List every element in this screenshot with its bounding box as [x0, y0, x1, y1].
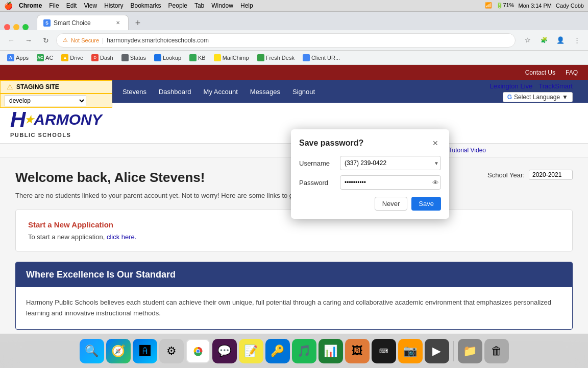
mac-menu-window[interactable]: Window: [211, 2, 233, 9]
mac-menu-edit[interactable]: Edit: [66, 2, 77, 9]
bookmark-drive[interactable]: ▲ Drive: [58, 53, 86, 62]
nav-item-signout[interactable]: Signout: [292, 88, 315, 96]
new-tab-button[interactable]: +: [131, 16, 145, 30]
username-input[interactable]: [340, 156, 441, 170]
reload-button[interactable]: ↻: [39, 33, 53, 48]
dock-sysprefs[interactable]: ⚙: [159, 339, 184, 363]
url-separator: |: [102, 37, 104, 44]
mac-menu-bookmarks[interactable]: Bookmarks: [131, 2, 161, 9]
url-text: harmonydev.smartchoiceschools.com: [107, 37, 209, 44]
bookmark-freshdesk[interactable]: Fresh Desk: [254, 53, 298, 62]
battery-icon: 🔋71%: [496, 2, 514, 9]
tab-close-button[interactable]: ✕: [114, 19, 122, 27]
mac-menu-chrome[interactable]: Chrome: [19, 2, 42, 9]
school-year-label: School Year:: [487, 171, 525, 179]
bookmark-client[interactable]: Client UR...: [300, 53, 343, 62]
address-bar: ← → ↻ ⚠ Not Secure | harmonydev.smartcho…: [0, 30, 588, 51]
username-dropdown-icon[interactable]: ▼: [434, 160, 439, 166]
bookmark-kb[interactable]: KB: [186, 53, 209, 62]
bookmark-ac[interactable]: AC AC: [34, 53, 56, 62]
dock-1password[interactable]: 🔑: [265, 339, 290, 363]
dock-spotify[interactable]: 🎵: [292, 339, 316, 363]
url-bar[interactable]: ⚠ Not Secure | harmonydev.smartchoicesch…: [56, 33, 516, 48]
top-right-widgets: Lexington Live TrackSmart G Select Langu…: [489, 80, 583, 102]
dialog-title: Save password?: [299, 139, 363, 148]
svg-point-2: [197, 350, 200, 353]
save-password-dialog: Save password? ✕ Username ▼ Password 👁 N…: [291, 129, 449, 219]
mac-menu-file[interactable]: File: [49, 2, 59, 9]
username-input-wrap: ▼: [340, 156, 441, 170]
dialog-close-button[interactable]: ✕: [430, 137, 441, 149]
menu-icon[interactable]: ⋮: [570, 33, 584, 48]
dock-preview[interactable]: 🖼: [345, 339, 370, 363]
nav-item-stevens[interactable]: Stevens: [122, 88, 146, 96]
chrome-window: S Smart Choice ✕ + ← → ↻ ⚠ Not Secure | …: [0, 11, 588, 65]
bookmark-star-icon[interactable]: ☆: [521, 33, 535, 48]
username-label: Username: [299, 159, 336, 167]
minimize-window-button[interactable]: [13, 24, 19, 30]
logo-h: H★ARMONY: [10, 108, 102, 131]
mac-menu-history[interactable]: History: [104, 2, 123, 9]
dock-numbers[interactable]: 📊: [318, 339, 343, 363]
faq-link[interactable]: FAQ: [566, 69, 578, 76]
security-icon: ⚠: [63, 37, 68, 43]
staging-select[interactable]: develop: [5, 95, 86, 106]
google-g-icon: G: [507, 94, 512, 101]
dialog-actions: Never Save: [299, 197, 441, 211]
bookmark-lookup[interactable]: Lookup: [151, 53, 184, 62]
nav-item-messages[interactable]: Messages: [250, 88, 280, 96]
password-input-wrap: 👁: [340, 175, 441, 190]
never-button[interactable]: Never: [375, 197, 408, 211]
back-button[interactable]: ←: [4, 33, 18, 48]
contact-us-link[interactable]: Contact Us: [525, 69, 555, 76]
mac-menu-view[interactable]: View: [84, 2, 97, 9]
active-tab[interactable]: S Smart Choice ✕: [37, 15, 129, 30]
lexington-live-link[interactable]: Lexington Live: [489, 82, 532, 90]
maximize-window-button[interactable]: [22, 24, 29, 30]
click-here-link[interactable]: click here.: [107, 233, 137, 241]
dock-trash[interactable]: 🗑: [484, 339, 509, 363]
app-card-title: Start a New Application: [28, 220, 560, 229]
nav-item-dashboard[interactable]: Dashboard: [159, 88, 191, 96]
bookmarks-bar: A Apps AC AC ▲ Drive D Dash Status Looku…: [0, 51, 588, 65]
bookmark-mailchimp[interactable]: MailChimp: [211, 53, 252, 62]
dock-safari[interactable]: 🧭: [106, 339, 131, 363]
dock-slack[interactable]: 💬: [212, 339, 237, 363]
bookmark-status[interactable]: Status: [118, 53, 149, 62]
dock-stickies[interactable]: 📝: [239, 339, 263, 363]
profile-icon[interactable]: 👤: [553, 33, 568, 48]
mac-status-bar: 📶 🔋71% Mon 3:14 PM Cady Cobb: [485, 2, 584, 9]
language-dropdown-icon: ▼: [562, 94, 568, 101]
excellence-body: Harmony Public Schools believes each stu…: [16, 287, 572, 329]
school-year-select[interactable]: 2020-2021: [529, 170, 573, 180]
username-field: Username ▼: [299, 156, 441, 170]
forward-button[interactable]: →: [21, 33, 36, 48]
tracksmart-link[interactable]: TrackSmart: [538, 82, 573, 90]
dock-downloads[interactable]: 📁: [458, 339, 482, 363]
bookmark-apps[interactable]: A Apps: [4, 53, 32, 62]
logo-star: ★: [24, 114, 34, 125]
save-button[interactable]: Save: [411, 197, 441, 211]
dock-chrome[interactable]: [186, 339, 210, 363]
dock-appstore[interactable]: 🅰: [133, 339, 157, 363]
mac-menu-help[interactable]: Help: [240, 2, 253, 9]
password-input[interactable]: [340, 175, 441, 190]
dock-terminal[interactable]: ⌨: [372, 339, 396, 363]
warning-icon: ⚠: [7, 83, 13, 91]
extensions-icon[interactable]: 🧩: [537, 33, 551, 48]
close-window-button[interactable]: [4, 24, 10, 30]
nav-item-my-account[interactable]: My Account: [204, 88, 238, 96]
harmony-logo: H★ARMONY PUBLIC SCHOOLS: [10, 108, 102, 138]
show-password-icon[interactable]: 👁: [432, 179, 439, 187]
dock-photos[interactable]: 📷: [398, 339, 423, 363]
password-field: Password 👁: [299, 175, 441, 190]
mac-menubar: 🍎 Chrome File Edit View History Bookmark…: [0, 0, 588, 11]
apple-menu-icon[interactable]: 🍎: [4, 2, 13, 10]
bookmark-dash[interactable]: D Dash: [88, 53, 116, 62]
google-translate-button[interactable]: G Select Language ▼: [503, 92, 573, 102]
mac-menu-people[interactable]: People: [168, 2, 187, 9]
dock-quicktime[interactable]: ▶: [425, 339, 449, 363]
mac-menu-tab[interactable]: Tab: [194, 2, 204, 9]
tab-favicon: S: [43, 19, 51, 27]
dock-finder[interactable]: 🔍: [80, 339, 104, 363]
